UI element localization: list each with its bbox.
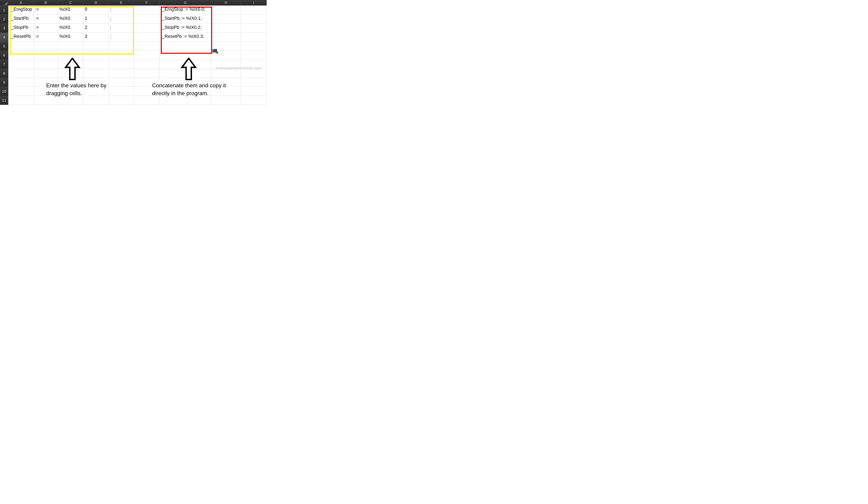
cell-E9[interactable] xyxy=(109,78,134,87)
cell-G5[interactable] xyxy=(159,42,211,51)
cell-C1[interactable]: %IX0. xyxy=(58,6,83,14)
cell-F7[interactable] xyxy=(134,60,159,69)
cell-C7[interactable] xyxy=(58,60,83,69)
cell-A6[interactable] xyxy=(8,51,34,60)
cell-E3[interactable]: ; xyxy=(109,24,134,33)
cell-H11[interactable] xyxy=(211,96,241,105)
cell-E4[interactable]: ; xyxy=(109,33,134,42)
cell-E6[interactable] xyxy=(109,51,134,60)
cell-A7[interactable] xyxy=(8,60,34,69)
row-header-3[interactable]: 3 xyxy=(0,24,8,33)
cell-E8[interactable] xyxy=(109,69,134,78)
cell-A1[interactable]: I_EmgStop xyxy=(8,6,34,14)
cell-A3[interactable]: I_StopPb xyxy=(8,24,34,33)
cell-I2[interactable] xyxy=(241,14,267,24)
cell-B8[interactable] xyxy=(34,69,58,78)
cell-C2[interactable]: %IX0. xyxy=(58,14,83,24)
cell-B9[interactable] xyxy=(34,78,58,87)
cell-B1[interactable]: := xyxy=(34,6,58,14)
cell-H10[interactable] xyxy=(211,87,241,96)
cell-H4[interactable] xyxy=(211,33,241,42)
cell-I9[interactable] xyxy=(241,78,267,87)
cell-G6[interactable] xyxy=(159,51,211,60)
cell-I4[interactable] xyxy=(241,33,267,42)
cell-F2[interactable] xyxy=(134,14,159,24)
cell-F10[interactable] xyxy=(134,87,159,96)
cell-F1[interactable] xyxy=(134,6,159,14)
cell-D11[interactable] xyxy=(83,96,109,105)
cell-C9[interactable] xyxy=(58,78,83,87)
cell-D10[interactable] xyxy=(83,87,109,96)
cell-D2[interactable]: 1 xyxy=(83,14,109,24)
cell-B2[interactable]: := xyxy=(34,14,58,24)
cell-F11[interactable] xyxy=(134,96,159,105)
cell-C10[interactable] xyxy=(58,87,83,96)
cell-A11[interactable] xyxy=(8,96,34,105)
cell-F4[interactable] xyxy=(134,33,159,42)
cell-C8[interactable] xyxy=(58,69,83,78)
cell-G7[interactable] xyxy=(159,60,211,69)
cell-F6[interactable] xyxy=(134,51,159,60)
row-header-6[interactable]: 6 xyxy=(0,51,8,60)
cell-F3[interactable] xyxy=(134,24,159,33)
row-header-11[interactable]: 11 xyxy=(0,96,8,105)
cell-E2[interactable]: ; xyxy=(109,14,134,24)
cell-I1[interactable] xyxy=(241,6,267,14)
cell-D7[interactable] xyxy=(83,60,109,69)
cell-G4[interactable]: I_ResetPb := %IX0.3; xyxy=(159,33,211,42)
cell-A10[interactable] xyxy=(8,87,34,96)
column-header-H[interactable]: H xyxy=(211,0,241,6)
cell-B3[interactable]: := xyxy=(34,24,58,33)
cell-C4[interactable]: %IX0. xyxy=(58,33,83,42)
cell-D4[interactable]: 3 xyxy=(83,33,109,42)
cell-H6[interactable] xyxy=(211,51,241,60)
cell-B4[interactable]: := xyxy=(34,33,58,42)
cell-E1[interactable]: ; xyxy=(109,6,134,14)
cell-B10[interactable] xyxy=(34,87,58,96)
column-header-C[interactable]: C xyxy=(58,0,83,6)
cell-G1[interactable]: I_EmgStop := %IX0.0; xyxy=(159,6,211,14)
cell-D8[interactable] xyxy=(83,69,109,78)
cell-G8[interactable] xyxy=(159,69,211,78)
cell-H3[interactable] xyxy=(211,24,241,33)
cell-G10[interactable] xyxy=(159,87,211,96)
cell-I8[interactable] xyxy=(241,69,267,78)
cell-E10[interactable] xyxy=(109,87,134,96)
cell-F8[interactable] xyxy=(134,69,159,78)
cell-G3[interactable]: I_StopPb := %IX0.2; xyxy=(159,24,211,33)
cell-B5[interactable] xyxy=(34,42,58,51)
cell-A5[interactable] xyxy=(8,42,34,51)
row-header-4[interactable]: 4 xyxy=(0,33,8,42)
cell-A2[interactable]: I_StartPb xyxy=(8,14,34,24)
cell-D5[interactable] xyxy=(83,42,109,51)
column-header-E[interactable]: E xyxy=(109,0,134,6)
row-header-9[interactable]: 9 xyxy=(0,78,8,87)
cell-C11[interactable] xyxy=(58,96,83,105)
cell-I10[interactable] xyxy=(241,87,267,96)
cell-C3[interactable]: %IX0. xyxy=(58,24,83,33)
row-header-7[interactable]: 7 xyxy=(0,60,8,69)
cell-A9[interactable] xyxy=(8,78,34,87)
cell-D9[interactable] xyxy=(83,78,109,87)
cell-G11[interactable] xyxy=(159,96,211,105)
cell-B11[interactable] xyxy=(34,96,58,105)
cell-H2[interactable] xyxy=(211,14,241,24)
row-header-5[interactable]: 5 xyxy=(0,42,8,51)
column-header-A[interactable]: A xyxy=(8,0,34,6)
cell-H9[interactable] xyxy=(211,78,241,87)
cell-I7[interactable] xyxy=(241,60,267,69)
cell-F5[interactable] xyxy=(134,42,159,51)
column-header-D[interactable]: D xyxy=(83,0,109,6)
row-header-2[interactable]: 2 xyxy=(0,14,8,24)
select-all-corner[interactable] xyxy=(0,0,8,6)
column-header-G[interactable]: G xyxy=(159,0,211,6)
row-header-10[interactable]: 10 xyxy=(0,87,8,96)
cell-G2[interactable]: I_StartPb := %IX0.1; xyxy=(159,14,211,24)
cell-F9[interactable] xyxy=(134,78,159,87)
cell-H7[interactable] xyxy=(211,60,241,69)
cell-H1[interactable] xyxy=(211,6,241,14)
cell-H5[interactable] xyxy=(211,42,241,51)
cell-H8[interactable] xyxy=(211,69,241,78)
cell-G9[interactable] xyxy=(159,78,211,87)
cell-I6[interactable] xyxy=(241,51,267,60)
